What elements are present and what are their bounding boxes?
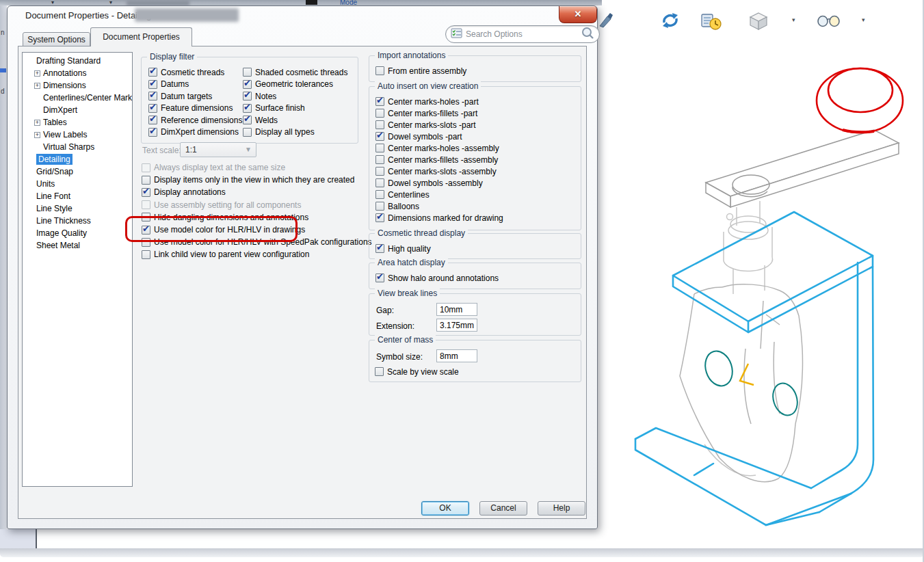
search-box[interactable]	[445, 25, 600, 43]
search-icon[interactable]	[581, 27, 594, 42]
tree-item[interactable]: + DimXpert	[23, 104, 132, 116]
checkbox-row[interactable]: ✔ Reference dimensions	[148, 114, 243, 126]
checkbox[interactable]: ✔	[148, 104, 157, 113]
tree-item[interactable]: + Line Font	[23, 190, 132, 202]
expand-icon[interactable]: +	[34, 83, 40, 89]
checkbox-row[interactable]: ✔ Shaded cosmetic threads	[243, 66, 347, 79]
checkbox-row[interactable]: ✔ Display items only in the view in whic…	[142, 174, 372, 186]
checkbox[interactable]: ✔	[375, 273, 384, 282]
checkbox[interactable]: ✔	[375, 97, 384, 106]
checkbox[interactable]: ✔	[375, 178, 384, 187]
checkbox[interactable]: ✔	[375, 109, 384, 118]
checkbox-row[interactable]: ✔ Feature dimensions	[148, 103, 243, 115]
checkbox[interactable]: ✔	[148, 116, 157, 124]
checkbox[interactable]: ✔	[375, 66, 384, 75]
tree-item[interactable]: + Tables	[23, 116, 132, 129]
settings-tree[interactable]: + Drafting Standard + Annotations + Dime…	[22, 52, 133, 487]
dialog-button[interactable]: Cancel	[479, 501, 527, 516]
checkbox[interactable]: ✔	[142, 163, 150, 172]
checkbox-row[interactable]: ✔ Use model color for HLR/HLV in drawing…	[142, 224, 372, 236]
checkbox[interactable]: ✔	[142, 213, 150, 222]
checkbox-row[interactable]: ✔ Center marks-fillets -part	[375, 107, 503, 119]
checkbox[interactable]: ✔	[375, 120, 384, 129]
tree-item[interactable]: + Line Style	[23, 202, 132, 215]
checkbox[interactable]: ✔	[375, 213, 384, 222]
checkbox-row[interactable]: ✔ Use assembly setting for all component…	[142, 199, 372, 211]
checkbox[interactable]: ✔	[375, 367, 384, 376]
checkbox-row[interactable]: ✔ Dowel symbols -part	[375, 131, 503, 142]
tab-system-options[interactable]: System Options	[23, 32, 90, 46]
chevron-down-icon[interactable]: ▾	[792, 16, 795, 23]
checkbox[interactable]: ✔	[142, 238, 150, 247]
text-scale-dropdown[interactable]: 1:1 ▼	[180, 142, 256, 157]
symbol-size-input[interactable]	[436, 349, 477, 362]
search-input[interactable]	[466, 29, 581, 39]
checkbox-row[interactable]: ✔ Datum targets	[148, 90, 243, 103]
checkbox[interactable]: ✔	[243, 116, 252, 124]
checkbox[interactable]: ✔	[243, 104, 252, 113]
checkbox-row[interactable]: ✔ Use model color for HLR/HLV with Speed…	[142, 236, 372, 248]
tree-item[interactable]: + Drafting Standard	[23, 55, 132, 67]
checkbox[interactable]: ✔	[243, 92, 252, 101]
checkbox-row[interactable]: ✔ Center marks-fillets -assembly	[375, 154, 503, 165]
checkbox[interactable]: ✔	[142, 188, 150, 197]
checkbox[interactable]: ✔	[148, 128, 157, 137]
expand-icon[interactable]: +	[34, 70, 40, 77]
checkbox[interactable]: ✔	[148, 68, 157, 77]
dialog-button[interactable]: OK	[421, 501, 469, 516]
checkbox-row[interactable]: ✔ DimXpert dimensions	[148, 126, 243, 139]
gap-input[interactable]	[436, 303, 477, 316]
tree-item[interactable]: + Grid/Snap	[23, 165, 132, 178]
tree-item[interactable]: + Line Thickness	[23, 215, 132, 227]
checkbox-row[interactable]: ✔ Center marks-slots -assembly	[375, 165, 503, 177]
checkbox-row[interactable]: ✔ Notes	[243, 90, 347, 103]
tree-item[interactable]: + Centerlines/Center Marks	[23, 92, 132, 104]
checkbox[interactable]: ✔	[375, 190, 384, 199]
checkbox[interactable]: ✔	[243, 68, 252, 77]
display-style-icon[interactable]	[748, 12, 769, 31]
checkbox-row[interactable]: ✔ From entire assembly	[375, 65, 466, 77]
tree-item[interactable]: + Virtual Sharps	[23, 141, 132, 153]
checkbox-row[interactable]: ✔ High quality	[375, 243, 431, 254]
tree-item[interactable]: + Detailing	[23, 153, 132, 165]
checkbox[interactable]: ✔	[243, 128, 252, 137]
dialog-button[interactable]: Help	[538, 501, 585, 516]
chevron-down-icon[interactable]: ▾	[862, 16, 865, 23]
checkbox[interactable]: ✔	[142, 250, 150, 259]
checkbox-row[interactable]: ✔ Display annotations	[142, 186, 372, 198]
checkbox-row[interactable]: ✔ Show halo around annotations	[375, 272, 499, 284]
checkbox-row[interactable]: ✔ Center marks-holes -part	[375, 96, 503, 107]
checkbox-row[interactable]: ✔ Hide dangling dimensions and annotatio…	[142, 211, 372, 224]
tree-item[interactable]: + Units	[23, 178, 132, 190]
checkbox[interactable]: ✔	[142, 226, 150, 235]
checkbox-row[interactable]: ✔ Dimensions marked for drawing	[375, 212, 503, 224]
tab-document-properties[interactable]: Document Properties	[90, 27, 192, 46]
view-settings-icon[interactable]	[817, 14, 841, 29]
expand-icon[interactable]: +	[34, 132, 40, 138]
probe-icon[interactable]	[598, 11, 614, 29]
tree-item[interactable]: + Annotations	[23, 67, 132, 79]
tree-item[interactable]: + Image Quality	[23, 227, 132, 239]
checkbox-row[interactable]: ✔ Surface finish	[243, 103, 347, 115]
rebuild-refresh-icon[interactable]	[661, 12, 680, 29]
tree-item[interactable]: + View Labels	[23, 129, 132, 141]
cad-viewport[interactable]: ▾ ▾	[596, 5, 924, 548]
checkbox[interactable]: ✔	[375, 155, 384, 164]
update-view-icon[interactable]	[700, 12, 722, 31]
checkbox-row[interactable]: ✔ Always display text at the same size	[142, 161, 372, 174]
expand-icon[interactable]: +	[34, 120, 40, 126]
checkbox[interactable]: ✔	[375, 167, 384, 176]
checkbox-row[interactable]: ✔ Dowel symbols -assembly	[375, 177, 503, 189]
checkbox[interactable]: ✔	[142, 200, 150, 209]
checkbox-row[interactable]: ✔ Centerlines	[375, 189, 503, 200]
checkbox-row[interactable]: ✔ Scale by view scale	[375, 366, 459, 377]
checkbox-row[interactable]: ✔ Welds	[243, 114, 347, 126]
checkbox[interactable]: ✔	[148, 80, 157, 89]
checkbox[interactable]: ✔	[148, 92, 157, 101]
checkbox-row[interactable]: ✔ Cosmetic threads	[148, 66, 243, 79]
checkbox-row[interactable]: ✔ Center marks-slots -part	[375, 119, 503, 131]
checkbox-row[interactable]: ✔ Link child view to parent view configu…	[142, 248, 372, 260]
tree-item[interactable]: + Sheet Metal	[23, 239, 132, 252]
checkbox-row[interactable]: ✔ Datums	[148, 79, 243, 91]
checkbox[interactable]: ✔	[142, 176, 150, 185]
